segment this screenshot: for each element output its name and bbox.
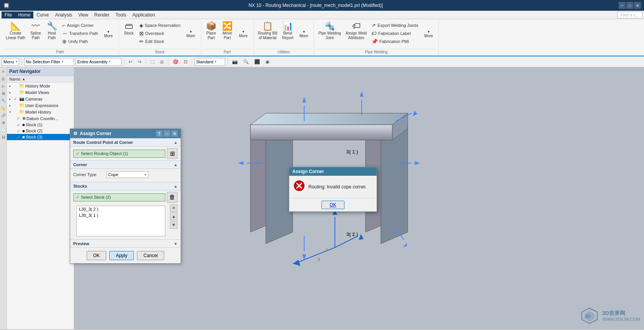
menu-application[interactable]: Application: [129, 12, 158, 18]
route-control-section-header[interactable]: Route Control Point at Corner ▲: [70, 138, 181, 147]
display-btn[interactable]: ⬛: [252, 58, 262, 66]
path-more-btn[interactable]: ▾ More: [101, 21, 116, 39]
fit-btn[interactable]: ⊡: [182, 58, 189, 66]
menu-render[interactable]: Render: [91, 12, 112, 18]
close-btn[interactable]: ✕: [634, 2, 641, 9]
find-command-input[interactable]: Find a c...: [617, 12, 642, 18]
tree-item-stock-3[interactable]: ✓ ■ Stock (3): [7, 134, 74, 140]
stock-down-btn[interactable]: ▼: [170, 221, 178, 229]
datum-check: ✓: [17, 116, 21, 120]
undo-btn[interactable]: ↩: [127, 58, 134, 66]
stocks-list: L30_3( 2 ) L30_3( 1 ): [76, 206, 165, 236]
stock-up-btn[interactable]: ▲: [170, 213, 178, 220]
transform-path-btn[interactable]: ↔ Transform Path: [60, 30, 100, 37]
assign-weld-btn[interactable]: 🏷 Assign WeldAttributes: [344, 21, 369, 41]
create-linear-path-label: CreateLinear Path: [6, 31, 25, 40]
svg-marker-22: [238, 161, 244, 165]
maximize-btn[interactable]: □: [626, 2, 633, 9]
ok-button[interactable]: OK: [87, 251, 106, 260]
corner-section-header[interactable]: Corner ▲: [70, 160, 181, 169]
part-more-btn[interactable]: ▾ More: [236, 21, 251, 39]
select-routing-object-box[interactable]: ✓ Select Routing Object (1): [73, 150, 165, 158]
routing-select-icon-btn[interactable]: ⊞: [167, 148, 178, 159]
routing-bill-btn[interactable]: 📋 Routing Billof Material: [256, 21, 280, 41]
ac-minimize-btn[interactable]: ─: [164, 130, 170, 137]
nav-icon-5[interactable]: 🔧: [0, 98, 7, 104]
view-btn[interactable]: 🎯: [171, 58, 180, 66]
menu-tools[interactable]: Tools: [112, 12, 129, 18]
scope-dropdown[interactable]: Entire Assembly ▾: [76, 58, 122, 66]
stock-delete-btn[interactable]: ✕: [170, 204, 178, 212]
tree-item-stock-2[interactable]: ✓ ■ Stock (2): [7, 128, 74, 134]
ac-close-btn[interactable]: ✕: [171, 130, 178, 137]
menu-home[interactable]: Home: [15, 12, 33, 18]
create-linear-path-btn[interactable]: 📐 CreateLinear Path: [4, 21, 27, 41]
edit-stock-btn[interactable]: ✏ Edit Stock: [137, 38, 183, 45]
nav-icon-6[interactable]: 📐: [0, 105, 7, 111]
corner-type-select[interactable]: Cope ▾: [106, 171, 148, 178]
snap-btn[interactable]: ◎: [158, 58, 166, 66]
nav-icon-2[interactable]: ◎: [1, 76, 6, 82]
menu-file[interactable]: File: [2, 12, 15, 18]
stocks-section-header[interactable]: Stocks ▲: [70, 182, 181, 190]
ac-help-btn[interactable]: ?: [156, 130, 162, 137]
fabrication-pmi-btn[interactable]: 📌 Fabrication PMI: [369, 38, 420, 45]
apply-button[interactable]: Apply: [109, 251, 134, 260]
fabrication-label-btn[interactable]: 🏷 Fabrication Label: [369, 30, 420, 37]
datum-icon: ⊕: [22, 116, 26, 121]
render-btn[interactable]: ◉: [264, 58, 271, 66]
place-part-btn[interactable]: 📦 PlacePart: [204, 21, 219, 41]
utilities-more-btn[interactable]: ▾ More: [296, 21, 311, 39]
export-welding-joints-btn[interactable]: ↗ Export Welding Joints: [369, 21, 420, 29]
unify-path-btn[interactable]: ⊕ Unify Path: [60, 38, 100, 45]
tree-item-model-history[interactable]: ▾ 📁 Model History: [7, 109, 74, 115]
minimize-btn[interactable]: ─: [619, 2, 626, 9]
zoom-btn[interactable]: 🔍: [241, 58, 251, 66]
stock-list-item-2[interactable]: L30_3( 1 ): [77, 212, 165, 218]
nav-icon-9[interactable]: 🕐: [0, 127, 7, 133]
menu-curve[interactable]: Curve: [33, 12, 52, 18]
bend-report-btn[interactable]: 📊 BendReport: [280, 21, 295, 41]
tree-item-stock-1[interactable]: ✓ ■ Stock (1): [7, 122, 74, 128]
selection-filter-dropdown[interactable]: No Selection Filter ▾: [24, 58, 74, 66]
stock-large-btn[interactable]: 🗃 Stock: [121, 21, 137, 36]
menu-view[interactable]: View: [75, 12, 91, 18]
nav-icon-8[interactable]: ⊕: [1, 120, 6, 125]
user-expressions-label: User Expressions: [25, 103, 58, 108]
routing-bill-label: Routing Billof Material: [258, 31, 278, 40]
tree-item-cameras[interactable]: ▸ ✓ 📷 Cameras: [7, 96, 74, 102]
assign-corner-btn[interactable]: ⌐ Assign Corner: [60, 21, 100, 29]
stock-more-btn[interactable]: ▾ More: [183, 21, 199, 39]
select-btn[interactable]: ⬚: [148, 58, 156, 66]
menu-analysis[interactable]: Analysis: [52, 12, 75, 18]
tree-item-history-mode[interactable]: ▸ 📁 History Mode: [7, 82, 74, 89]
pipe-welding-more-btn[interactable]: ▾ More: [421, 21, 436, 39]
spline-path-btn[interactable]: 〰 SplinePath: [28, 21, 43, 41]
nav-icon-3[interactable]: ▷: [1, 83, 6, 89]
move-part-btn[interactable]: 🔀 MovePart: [220, 21, 235, 41]
nav-icon-1[interactable]: ≡: [2, 69, 5, 74]
tree-item-user-expressions[interactable]: ▸ 📁 User Expressions: [7, 102, 74, 109]
preview-section[interactable]: Preview ▼: [70, 239, 181, 248]
nav-icon-7[interactable]: 🔗: [0, 112, 7, 118]
part-navigator-col-header[interactable]: Name ▲: [7, 76, 74, 82]
menu-dropdown[interactable]: Menu ▾: [2, 58, 19, 66]
stock-group-items: 🗃 Stock ◈ Space Reservation ⊠ Overstock …: [121, 21, 199, 48]
select-stock-box[interactable]: ✓ Select Stock (2): [73, 193, 165, 201]
overstock-btn[interactable]: ⊠ Overstock: [137, 30, 183, 37]
space-reservation-btn[interactable]: ◈ Space Reservation: [137, 21, 183, 29]
nav-icon-10[interactable]: ⊟: [1, 134, 6, 140]
stock-select-icon-btn[interactable]: 🗑: [167, 192, 178, 203]
redo-btn[interactable]: ↪: [136, 58, 143, 66]
camera-btn[interactable]: 📷: [230, 58, 240, 66]
view-style-dropdown[interactable]: Standard ▾: [194, 58, 225, 66]
heal-path-btn[interactable]: 🔧 HealPath: [44, 21, 59, 41]
tree-item-model-views[interactable]: ▸ 📁 Model Views: [7, 89, 74, 96]
stock-list-item-1[interactable]: L30_3( 2 ): [77, 206, 165, 212]
model-history-icon: 📁: [19, 109, 25, 114]
nav-icon-4[interactable]: ⊞: [1, 91, 6, 96]
pipe-welding-joint-btn[interactable]: 🔩 Pipe WeldingJoint: [316, 21, 343, 41]
error-ok-button[interactable]: OK: [321, 201, 344, 209]
cancel-button[interactable]: Cancel: [137, 251, 164, 260]
tree-item-datum[interactable]: ✓ ⊕ Datum Coordin...: [7, 115, 74, 122]
